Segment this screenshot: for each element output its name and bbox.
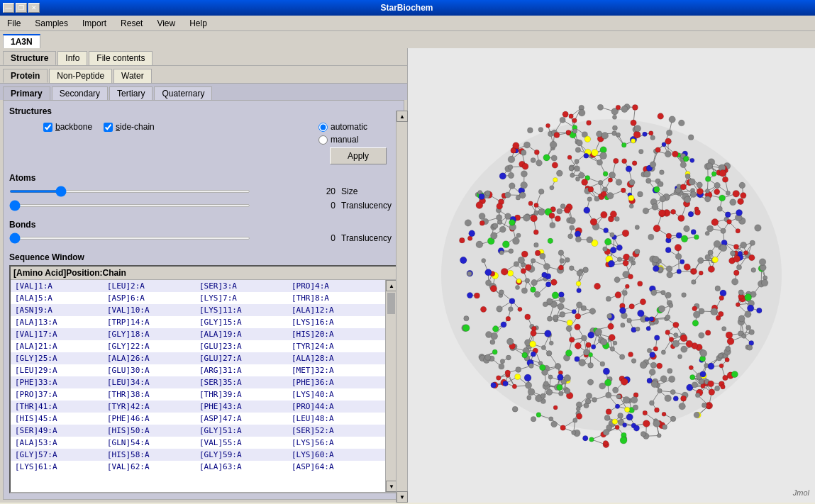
sidechain-checkbox[interactable] (104, 123, 113, 132)
tab-1a3n[interactable]: 1A3N (3, 34, 40, 48)
section-tabs: Structure Info File contents (0, 48, 407, 65)
table-row[interactable]: [GLY]25:A[ALA]26:A[GLU]27:A[ALA]28:A (11, 352, 385, 364)
list-item: [ALA]19:A (198, 329, 290, 340)
minimize-button[interactable]: — (3, 3, 14, 13)
content-area: Structures backbone side-chain (3, 100, 404, 500)
manual-label: manual (331, 135, 358, 145)
list-item: [SER]49:A (13, 425, 106, 436)
menu-samples[interactable]: Samples (31, 17, 72, 30)
tab-protein[interactable]: Protein (3, 69, 48, 83)
bonds-translucency-slider[interactable] (9, 237, 250, 240)
list-item: [ARG]31:A (198, 365, 290, 376)
list-item: [PRO]44:A (290, 401, 382, 412)
list-item: [GLY]57:A (13, 449, 106, 460)
auto-radio-label[interactable]: automatic (318, 122, 367, 132)
tab-info[interactable]: Info (57, 51, 87, 65)
tab-non-peptide[interactable]: Non-Peptide (49, 69, 112, 83)
list-item: [ASP]6:A (106, 293, 198, 303)
menu-help[interactable]: Help (185, 17, 211, 30)
list-item: [LEU]48:A (290, 413, 382, 424)
auto-label: automatic (331, 122, 367, 132)
menu-reset[interactable]: Reset (116, 17, 147, 30)
list-item: [THR]38:A (106, 389, 198, 400)
manual-radio-label[interactable]: manual (318, 135, 358, 145)
atoms-translucency-label: Translucency (341, 201, 398, 211)
list-item: [GLY]59:A (198, 449, 290, 460)
list-item: [THR]8:A (290, 293, 382, 303)
window-controls[interactable]: — ❐ ✕ (3, 3, 40, 13)
window-title: StarBiochem (40, 3, 774, 13)
bonds-translucency-slider-container (9, 233, 309, 244)
right-panel[interactable]: Jmol (408, 48, 815, 503)
table-row[interactable]: [LYS]61:A[VAL]62:A[ALA]63:A[ASP]64:A (11, 461, 385, 473)
list-item: [PHE]36:A (290, 377, 382, 388)
table-row[interactable]: [HIS]45:A[PHE]46:A[ASP]47:A[LEU]48:A (11, 413, 385, 425)
list-item: [HIS]50:A (106, 425, 198, 436)
sequence-section: Sequence Window [Amino Acid]Position:Cha… (9, 252, 398, 493)
table-row[interactable]: [ALA]13:A[TRP]14:A[GLY]15:A[LYS]16:A (11, 316, 385, 328)
tab-structure[interactable]: Structure (3, 51, 56, 65)
table-row[interactable]: [PHE]33:A[LEU]34:A[SER]35:A[PHE]36:A (11, 376, 385, 388)
table-row[interactable]: [GLY]57:A[HIS]58:A[GLY]59:A[LYS]60:A (11, 449, 385, 461)
left-scroll-up[interactable]: ▲ (397, 111, 408, 122)
list-item: [PHE]43:A (198, 401, 290, 412)
table-row[interactable]: [VAL]1:A[LEU]2:A[SER]3:A[PRO]4:A (11, 280, 385, 292)
backbone-checkbox-label[interactable]: backbone (43, 122, 92, 132)
tab-file-contents[interactable]: File contents (89, 51, 153, 65)
list-item: [GLU]23:A (198, 341, 290, 352)
list-item: [ASN]9:A (13, 305, 106, 315)
backbone-label: backbone (55, 122, 92, 132)
apply-button[interactable]: Apply (330, 147, 387, 164)
tab-tertiary[interactable]: Tertiary (109, 86, 153, 100)
tab-secondary[interactable]: Secondary (52, 86, 108, 100)
table-row[interactable]: [PRO]37:A[THR]38:A[THR]39:A[LYS]40:A (11, 388, 385, 401)
list-item: [VAL]62:A (106, 461, 198, 472)
table-row[interactable]: [LEU]29:A[GLU]30:A[ARG]31:A[MET]32:A (11, 364, 385, 376)
sidechain-checkbox-label[interactable]: side-chain (104, 122, 155, 132)
table-row[interactable]: [ALA]53:A[GLN]54:A[VAL]55:A[LYS]56:A (11, 437, 385, 449)
list-item: [LYS]11:A (198, 305, 290, 315)
main-layout: Structure Info File contents Protein Non… (0, 48, 815, 503)
bonds-translucency-value: 0 (314, 233, 336, 243)
auto-radio[interactable] (318, 123, 328, 132)
atoms-translucency-slider[interactable] (9, 204, 250, 207)
document-tabs: 1A3N (0, 31, 815, 48)
list-item: [PRO]4:A (290, 281, 382, 291)
left-scroll-down[interactable]: ▼ (397, 491, 408, 503)
table-row[interactable]: [SER]49:A[HIS]50:A[GLY]51:A[SER]52:A (11, 425, 385, 437)
menu-import[interactable]: Import (78, 17, 111, 30)
menu-file[interactable]: File (3, 17, 25, 30)
list-item: [ALA]21:A (13, 341, 106, 352)
manual-radio[interactable] (318, 135, 328, 145)
sequence-body[interactable]: [VAL]1:A[LEU]2:A[SER]3:A[PRO]4:A[ALA]5:A… (11, 280, 385, 492)
list-item: [VAL]10:A (106, 305, 198, 315)
atoms-translucency-slider-container (9, 200, 309, 211)
tab-water[interactable]: Water (113, 69, 152, 83)
list-item: [TYR]24:A (290, 341, 382, 352)
table-row[interactable]: [ALA]21:A[GLY]22:A[GLU]23:A[TYR]24:A (11, 340, 385, 352)
sequence-title: Sequence Window (9, 252, 398, 262)
bonds-title: Bonds (9, 220, 398, 230)
tab-primary[interactable]: Primary (3, 86, 50, 100)
close-button[interactable]: ✕ (28, 3, 40, 13)
table-row[interactable]: [ASN]9:A[VAL]10:A[LYS]11:A[ALA]12:A (11, 304, 385, 316)
list-item: [ASP]47:A (198, 413, 290, 424)
backbone-checkbox[interactable] (43, 123, 52, 132)
list-item: [ALA]5:A (13, 293, 106, 303)
list-item: [GLN]54:A (106, 437, 198, 448)
table-row[interactable]: [VAL]17:A[GLY]18:A[ALA]19:A[HIS]20:A (11, 328, 385, 340)
restore-button[interactable]: ❐ (16, 3, 27, 13)
atoms-size-slider[interactable] (9, 190, 250, 193)
table-row[interactable]: [ALA]5:A[ASP]6:A[LYS]7:A[THR]8:A (11, 292, 385, 304)
menu-view[interactable]: View (153, 17, 179, 30)
table-row[interactable]: [THR]41:A[TYR]42:A[PHE]43:A[PRO]44:A (11, 401, 385, 413)
tab-quaternary[interactable]: Quaternary (154, 86, 212, 100)
sequence-header: [Amino Acid]Position:Chain (11, 267, 397, 280)
atoms-title: Atoms (9, 173, 398, 183)
atoms-size-row: 20 Size (9, 186, 398, 197)
list-item: [GLY]18:A (106, 329, 198, 340)
list-item: [ALA]28:A (290, 353, 382, 364)
list-item: [LYS]16:A (290, 317, 382, 327)
list-item: [LEU]34:A (106, 377, 198, 388)
list-item: [ASP]64:A (290, 461, 382, 472)
